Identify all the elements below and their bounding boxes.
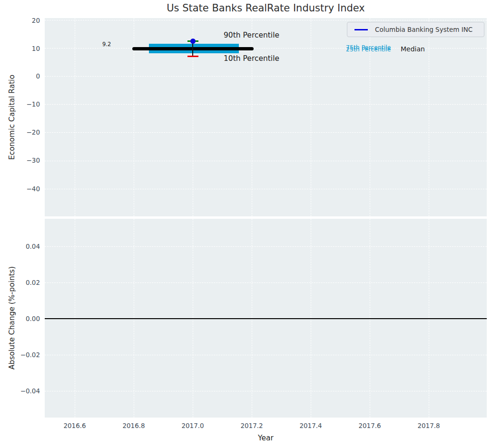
chart-title: Us State Banks RealRate Industry Index: [45, 2, 487, 14]
gridline-h: [45, 189, 487, 189]
gridline-h: [45, 246, 487, 247]
gridline-h: [45, 104, 487, 105]
xtick: 2016.6: [53, 421, 96, 430]
bottom-subplot: [45, 219, 487, 418]
xtick: 2017.8: [407, 421, 450, 430]
xtick: 2016.8: [112, 421, 155, 430]
gridline-h: [45, 76, 487, 77]
gridline-h: [45, 132, 487, 133]
bottom-y-axis-label: Absolute Change (%-points): [6, 219, 18, 418]
top-subplot: 9.2 90th Percentile 10th Percentile 75th…: [45, 18, 487, 216]
figure: Us State Banks RealRate Industry Index 9…: [0, 0, 492, 448]
whisker-10th: [187, 56, 198, 57]
xtick: 2017.6: [348, 421, 391, 430]
gridline-h: [45, 161, 487, 161]
legend-line-sample: [354, 29, 368, 30]
gridline-h: [45, 355, 487, 355]
zero-change-line: [45, 318, 487, 319]
annotation-median: Median: [401, 45, 425, 53]
top-y-axis-label: Economic Capital Ratio: [6, 18, 18, 216]
gridline-h: [45, 391, 487, 391]
legend: Columbia Banking System INC: [347, 22, 484, 37]
annotation-10th-percentile: 10th Percentile: [224, 54, 279, 63]
xtick: 2017.2: [230, 421, 273, 430]
gridline-h: [45, 20, 487, 20]
x-axis-label: Year: [45, 434, 487, 442]
xtick: 2017.0: [171, 421, 214, 430]
legend-entry-label: Columbia Banking System INC: [375, 26, 472, 33]
gridline-h: [45, 282, 487, 283]
annotation-90th-percentile: 90th Percentile: [224, 31, 279, 39]
xtick: 2017.4: [289, 421, 332, 430]
company-data-point: [190, 39, 196, 44]
median-value-label: 9.2: [102, 41, 111, 48]
annotation-25th-percentile: 25th Percentile: [346, 46, 391, 53]
